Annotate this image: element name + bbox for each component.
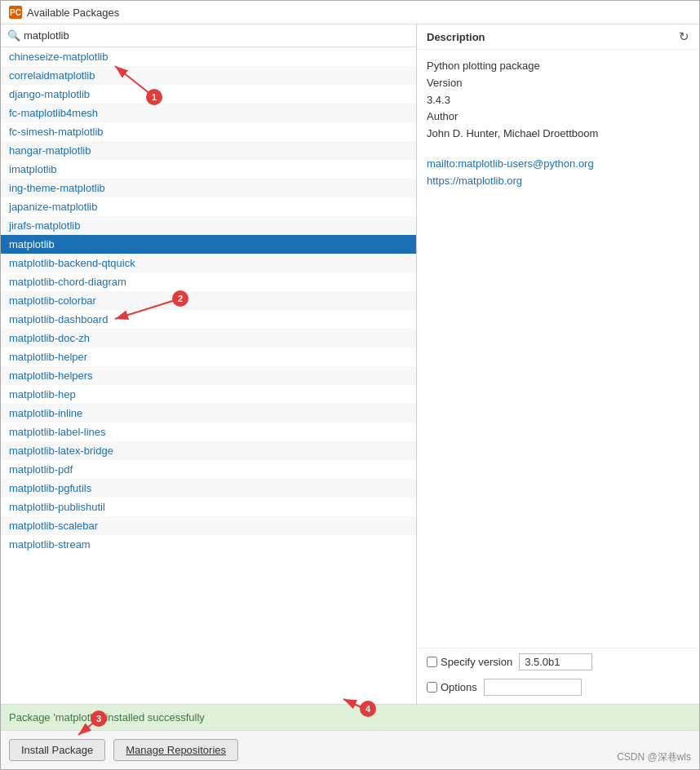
options-row: Options	[417, 675, 699, 704]
desc-links: mailto:matplotlib-users@python.org https…	[427, 156, 689, 190]
search-bar: 🔍	[1, 24, 416, 47]
manage-repositories-button[interactable]: Manage Repositories	[113, 739, 238, 761]
package-item[interactable]: matplotlib-hep	[1, 385, 416, 404]
desc-link-url[interactable]: https://matplotlib.org	[427, 173, 689, 190]
package-item[interactable]: matplotlib-publishutil	[1, 498, 416, 516]
app-icon: PC	[9, 6, 22, 19]
description-body: Python plotting package Version 3.4.3 Au…	[417, 50, 699, 357]
package-item[interactable]: correlaidmatplotlib	[1, 66, 416, 85]
package-item[interactable]: matplotlib-helpers	[1, 366, 416, 385]
version-row: Specify version	[417, 648, 699, 675]
package-item[interactable]: matplotlib-scalebar	[1, 516, 416, 535]
watermark: CSDN @深巷wls	[617, 750, 691, 764]
package-item[interactable]: matplotlib-chord-diagram	[1, 272, 416, 291]
options-input[interactable]	[484, 679, 582, 696]
window-title: Available Packages	[27, 7, 119, 19]
search-input[interactable]	[24, 29, 410, 42]
options-label[interactable]: Options	[427, 681, 477, 693]
right-panel: Description ↻ Python plotting package Ve…	[417, 24, 699, 704]
main-content: 🔍 chineseize-matplotlibcorrelaidmatplotl…	[1, 24, 699, 704]
main-window: PC Available Packages 🔍 chineseize-matpl…	[0, 0, 700, 770]
package-item[interactable]: matplotlib	[1, 235, 416, 254]
package-item[interactable]: matplotlib-dashboard	[1, 310, 416, 329]
package-item[interactable]: django-matplotlib	[1, 85, 416, 104]
description-title: Description	[427, 31, 485, 43]
search-icon: 🔍	[7, 29, 20, 42]
description-header: Description ↻	[417, 24, 699, 50]
package-list[interactable]: chineseize-matplotlibcorrelaidmatplotlib…	[1, 47, 416, 704]
package-item[interactable]: fc-matplotlib4mesh	[1, 104, 416, 122]
specify-version-label[interactable]: Specify version	[427, 656, 512, 668]
title-bar: PC Available Packages	[1, 1, 699, 24]
package-item[interactable]: matplotlib-inline	[1, 404, 416, 423]
package-item[interactable]: chineseize-matplotlib	[1, 47, 416, 66]
package-item[interactable]: matplotlib-label-lines	[1, 423, 416, 441]
desc-line-4: Author	[427, 108, 689, 126]
status-message: Package 'matplotlib' installed successfu…	[9, 711, 691, 724]
desc-line-5: John D. Hunter, Michael Droettboom	[427, 126, 689, 143]
package-item[interactable]: japanize-matplotlib	[1, 197, 416, 216]
package-item[interactable]: matplotlib-helper	[1, 347, 416, 366]
package-item[interactable]: matplotlib-backend-qtquick	[1, 254, 416, 272]
footer-buttons: Install Package Manage Repositories	[1, 730, 699, 769]
package-item[interactable]: fc-simesh-matplotlib	[1, 122, 416, 141]
package-item[interactable]: ing-theme-matplotlib	[1, 179, 416, 197]
package-item[interactable]: hangar-matplotlib	[1, 141, 416, 160]
package-item[interactable]: matplotlib-pdf	[1, 460, 416, 479]
package-item[interactable]: matplotlib-stream	[1, 535, 416, 554]
package-item[interactable]: matplotlib-latex-bridge	[1, 441, 416, 460]
version-input[interactable]	[519, 653, 592, 670]
options-checkbox[interactable]	[427, 682, 437, 693]
desc-line-2: Version	[427, 75, 689, 92]
desc-link-email[interactable]: mailto:matplotlib-users@python.org	[427, 156, 689, 173]
package-item[interactable]: matplotlib-doc-zh	[1, 329, 416, 347]
desc-line-1: Python plotting package	[427, 58, 689, 75]
package-item[interactable]: imatplotlib	[1, 160, 416, 179]
refresh-icon[interactable]: ↻	[679, 29, 689, 44]
install-package-button[interactable]: Install Package	[9, 739, 105, 761]
desc-line-3: 3.4.3	[427, 92, 689, 109]
package-item[interactable]: jirafs-matplotlib	[1, 216, 416, 235]
package-item[interactable]: matplotlib-pgfutils	[1, 479, 416, 498]
left-panel: 🔍 chineseize-matplotlibcorrelaidmatplotl…	[1, 24, 417, 704]
package-item[interactable]: matplotlib-colorbar	[1, 291, 416, 310]
status-bar: Package 'matplotlib' installed successfu…	[1, 704, 699, 730]
specify-version-checkbox[interactable]	[427, 657, 437, 667]
